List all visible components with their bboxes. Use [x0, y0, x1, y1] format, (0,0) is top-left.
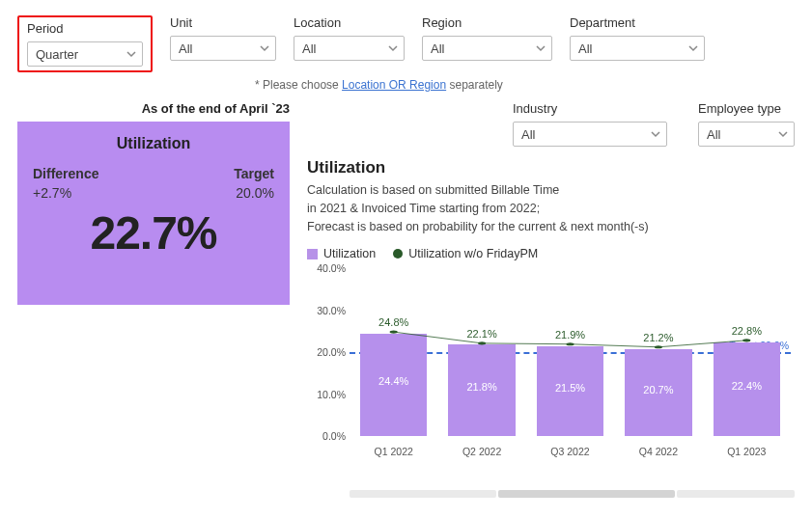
select-industry[interactable]: All — [513, 122, 667, 147]
note-prefix: * Please choose — [255, 78, 342, 92]
select-department-value: All — [578, 41, 592, 56]
x-axis-category: Q3 2022 — [526, 446, 614, 457]
y-axis-tick: 0.0% — [309, 430, 346, 442]
desc-line-3: Forecast is based on probability for the… — [307, 220, 649, 233]
legend-swatch-line — [393, 249, 403, 259]
filter-industry-label: Industry — [513, 101, 667, 116]
chevron-down-icon — [388, 43, 398, 53]
chevron-down-icon — [536, 43, 546, 53]
filter-region: Region All — [422, 15, 552, 61]
utilization-chart: 0.0%10.0%20.0%30.0%40.0%Target 20.0%24.4… — [307, 268, 795, 461]
svg-point-4 — [742, 340, 750, 342]
secondary-filter-bar: Industry All Employee type All — [307, 101, 795, 147]
y-axis-tick: 40.0% — [309, 262, 346, 274]
card-title: Utilization — [33, 135, 274, 152]
select-industry-value: All — [521, 127, 535, 142]
filter-bar: Period Quarter Unit All Location All Reg… — [17, 15, 795, 72]
filter-location-label: Location — [294, 15, 405, 30]
filter-department: Department All — [570, 15, 705, 61]
kpi-panel: As of the end of April `23 Utilization D… — [17, 101, 290, 498]
desc-line-2: in 2021 & Invoiced Time starting from 20… — [307, 202, 540, 215]
y-axis-tick: 30.0% — [309, 305, 346, 316]
select-region[interactable]: All — [422, 36, 552, 61]
select-employee-type[interactable]: All — [698, 122, 795, 147]
legend-item-without-fridaypm: Utilization w/o FridayPM — [393, 247, 538, 260]
chart-legend: Utilization Utilization w/o FridayPM — [307, 247, 795, 260]
select-period[interactable]: Quarter — [27, 41, 143, 67]
as-of-label: As of the end of April `23 — [17, 101, 290, 116]
x-axis-category: Q4 2022 — [614, 446, 702, 457]
chevron-down-icon — [778, 129, 788, 139]
select-unit[interactable]: All — [170, 36, 276, 61]
select-location[interactable]: All — [294, 36, 405, 61]
select-location-value: All — [302, 41, 316, 56]
y-axis-tick: 10.0% — [309, 389, 346, 400]
target-label: Target — [234, 166, 274, 181]
note-link[interactable]: Location OR Region — [342, 78, 446, 92]
select-emptype-value: All — [707, 127, 720, 142]
svg-point-1 — [478, 342, 486, 345]
filter-note: * Please choose Location OR Region separ… — [255, 78, 795, 92]
chevron-down-icon — [126, 49, 136, 59]
x-axis-category: Q1 2023 — [703, 446, 791, 457]
utilization-card: Utilization Difference Target +2.7% 20.0… — [17, 122, 290, 305]
y-axis-tick: 20.0% — [309, 346, 346, 358]
select-department[interactable]: All — [570, 36, 705, 61]
section-title: Utilization — [307, 158, 795, 177]
chevron-down-icon — [651, 129, 660, 139]
desc-line-1: Calculation is based on submitted Billab… — [307, 183, 559, 197]
legend-label-b: Utilization w/o FridayPM — [408, 247, 538, 260]
filter-period-label: Period — [27, 21, 143, 36]
svg-point-2 — [566, 342, 574, 345]
svg-point-0 — [390, 331, 398, 334]
legend-label-a: Utilization — [323, 247, 376, 260]
chart-plot-area: 0.0%10.0%20.0%30.0%40.0%Target 20.0%24.4… — [350, 268, 791, 436]
main-content: As of the end of April `23 Utilization D… — [17, 101, 795, 498]
note-suffix: separately — [446, 78, 503, 92]
select-unit-value: All — [179, 41, 192, 56]
x-axis-category: Q1 2022 — [350, 446, 437, 457]
chart-scrollbar[interactable] — [350, 490, 795, 498]
chart-panel: Industry All Employee type All Utilizati… — [307, 101, 795, 498]
card-main-value: 22.7% — [33, 206, 274, 259]
filter-unit: Unit All — [170, 15, 276, 61]
filter-department-label: Department — [570, 15, 705, 30]
filter-industry: Industry All — [513, 101, 667, 147]
filter-unit-label: Unit — [170, 15, 276, 30]
filter-location: Location All — [294, 15, 405, 61]
chevron-down-icon — [260, 43, 269, 53]
chevron-down-icon — [688, 43, 698, 53]
select-region-value: All — [431, 41, 444, 56]
legend-item-utilization: Utilization — [307, 247, 376, 260]
filter-employee-type: Employee type All — [698, 101, 795, 147]
filter-region-label: Region — [422, 15, 552, 30]
filter-period: Period Quarter — [17, 15, 153, 72]
select-period-value: Quarter — [36, 47, 78, 62]
target-value: 20.0% — [236, 185, 274, 201]
legend-swatch-bar — [307, 249, 318, 259]
section-description: Calculation is based on submitted Billab… — [307, 181, 795, 235]
difference-value: +2.7% — [33, 185, 71, 201]
line-series — [350, 268, 791, 436]
difference-label: Difference — [33, 166, 98, 181]
x-axis-category: Q2 2022 — [437, 446, 525, 457]
filter-emptype-label: Employee type — [698, 101, 795, 116]
svg-point-3 — [655, 345, 662, 348]
